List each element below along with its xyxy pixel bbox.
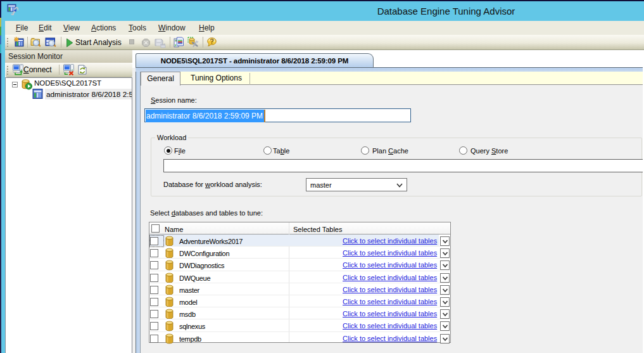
svg-text:?: ? bbox=[210, 37, 214, 45]
